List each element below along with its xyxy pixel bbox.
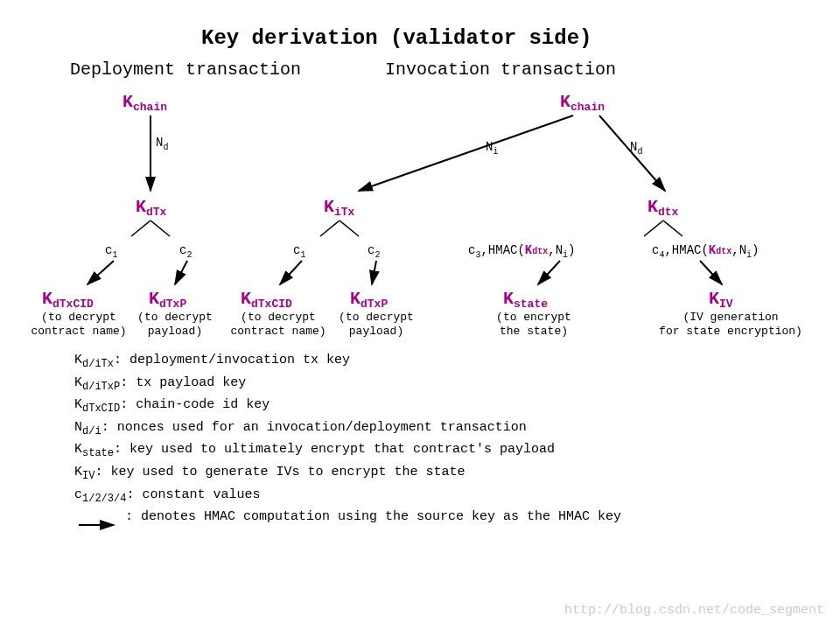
svg-line-5 — [359, 116, 573, 191]
kitx: KiTx — [324, 197, 354, 219]
desc-encrypt-state: (to encryptthe state) — [481, 311, 586, 338]
svg-line-1 — [131, 220, 150, 236]
svg-line-4 — [175, 261, 187, 284]
legend-line-4: Nd/i: nonces used for an invocation/depl… — [74, 417, 792, 440]
kdtxp-left: KdTxP — [149, 289, 186, 311]
svg-line-10 — [372, 261, 376, 284]
invocation-subtitle: Invocation transaction — [385, 60, 616, 80]
desc-iv: (IV generationfor state encryption) — [656, 311, 805, 338]
legend-block: Kd/iTx: deployment/invocation tx key Kd/… — [74, 350, 792, 527]
legend-line-6: KIV: key used to generate IVs to encrypt… — [74, 462, 792, 485]
edge-c1-left: c1 — [105, 243, 117, 260]
svg-line-2 — [150, 220, 170, 236]
kiv: KIV — [709, 289, 733, 311]
edge-nd-right: Nd — [630, 140, 642, 157]
edge-c4-hmac: c4,HMAC(Kdtx,Ni) — [652, 243, 760, 260]
legend-line-7: c1/2/3/4: constant values — [74, 485, 792, 508]
legend-line-5: Kstate: key used to ultimately encrypt t… — [74, 439, 792, 462]
kdtxcid-mid: KdTxCID — [241, 289, 292, 311]
edge-ni: Ni — [486, 140, 498, 157]
svg-line-8 — [340, 220, 359, 236]
svg-line-14 — [700, 261, 722, 284]
kdtx-right: Kdtx — [648, 197, 678, 219]
svg-line-11 — [644, 220, 663, 236]
svg-line-7 — [320, 220, 340, 236]
kdtx-left: KdTx — [136, 197, 166, 219]
edge-nd-left: Nd — [156, 136, 168, 152]
legend-line-2: Kd/iTxP: tx payload key — [74, 373, 792, 396]
edge-c1-mid: c1 — [293, 243, 305, 260]
svg-line-13 — [538, 261, 560, 284]
desc-decrypt-name-mid: (to decryptcontract name) — [226, 311, 331, 338]
kdtxcid-left: KdTxCID — [42, 289, 94, 311]
legend-line-1: Kd/iTx: deployment/invocation tx key — [74, 350, 792, 373]
edge-c3-hmac: c3,HMAC(Kdtx,Ni) — [468, 243, 576, 260]
kchain-left: Kchain — [122, 92, 167, 114]
desc-decrypt-name-left: (to decryptcontract name) — [26, 311, 131, 338]
legend-line-3: KdTxCID: chain-code id key — [74, 395, 792, 417]
legend-line-8: : denotes HMAC computation using the sou… — [74, 507, 792, 527]
page-title: Key derivation (validator side) — [201, 26, 592, 50]
desc-decrypt-payload-mid: (to decryptpayload) — [332, 311, 420, 338]
kstate: Kstate — [503, 289, 548, 311]
svg-line-3 — [88, 261, 114, 284]
edge-c2-mid: c2 — [368, 243, 380, 260]
deployment-subtitle: Deployment transaction — [70, 60, 301, 80]
watermark: http://blog.csdn.net/code_segment — [564, 603, 824, 618]
svg-line-12 — [663, 220, 682, 236]
kdtxp-mid: KdTxP — [350, 289, 388, 311]
desc-decrypt-payload-left: (to decryptpayload) — [131, 311, 219, 338]
svg-line-9 — [280, 261, 302, 284]
kchain-right: Kchain — [560, 92, 605, 114]
edge-c2-left: c2 — [179, 243, 192, 260]
